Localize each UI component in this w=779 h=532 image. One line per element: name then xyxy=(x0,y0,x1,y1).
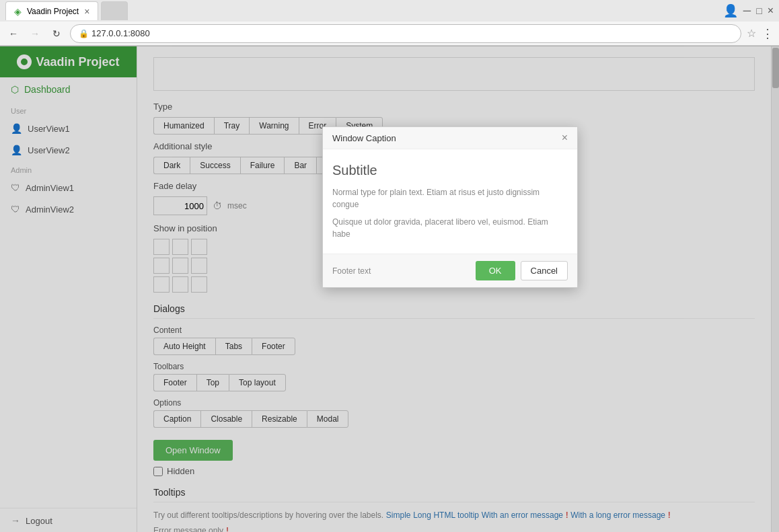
modal-footer: Footer text OK Cancel xyxy=(323,254,577,287)
browser-tab[interactable]: ◈ Vaadin Project × xyxy=(5,1,98,20)
bookmark-icon[interactable]: ☆ xyxy=(747,27,756,40)
address-bar[interactable]: 🔒 127.0.0.1:8080 xyxy=(70,24,741,43)
minimize-button[interactable]: ─ xyxy=(743,5,751,16)
back-button[interactable]: ← xyxy=(5,26,22,42)
modal-close-icon[interactable]: × xyxy=(562,132,568,143)
modal-body: Subtitle Normal type for plain text. Eti… xyxy=(323,149,577,254)
modal-text2: Quisque ut dolor gravida, placerat liber… xyxy=(332,216,568,240)
modal-dialog: Window Caption × Subtitle Normal type fo… xyxy=(322,126,578,288)
close-button[interactable]: × xyxy=(768,5,774,16)
forward-button[interactable]: → xyxy=(27,26,43,42)
refresh-button[interactable]: ↻ xyxy=(48,26,65,42)
tab-close-icon[interactable]: × xyxy=(84,7,89,16)
menu-icon[interactable]: ⋮ xyxy=(762,26,774,41)
tab-title: Vaadin Project xyxy=(27,7,79,16)
maximize-button[interactable]: □ xyxy=(756,6,762,15)
vaadin-favicon: ◈ xyxy=(14,6,22,17)
blank-tab xyxy=(101,1,128,20)
modal-footer-text: Footer text xyxy=(332,266,371,276)
modal-overlay: Window Caption × Subtitle Normal type fo… xyxy=(0,46,779,532)
lock-icon: 🔒 xyxy=(79,29,89,38)
modal-header: Window Caption × xyxy=(323,127,577,149)
modal-button-group: OK Cancel xyxy=(476,261,568,280)
url-display: 127.0.0.1:8080 xyxy=(91,28,150,38)
profile-icon: 👤 xyxy=(723,5,738,17)
modal-subtitle: Subtitle xyxy=(332,163,568,178)
modal-cancel-button[interactable]: Cancel xyxy=(521,261,568,280)
modal-text1: Normal type for plain text. Etiam at ris… xyxy=(332,186,568,211)
modal-title: Window Caption xyxy=(332,133,396,143)
modal-ok-button[interactable]: OK xyxy=(476,261,515,280)
